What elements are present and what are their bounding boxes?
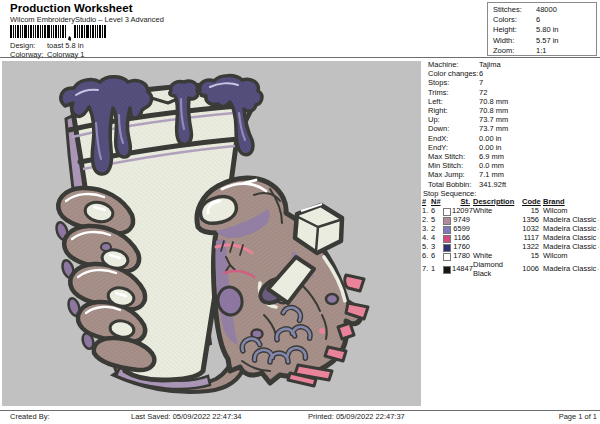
stitch-count: 14847 xyxy=(452,265,470,274)
machine-detail-value: 70.8 mm xyxy=(479,106,599,115)
summary-label: Width: xyxy=(493,36,536,46)
thread-color-swatch xyxy=(443,252,452,261)
summary-row: Stitches: 48000 xyxy=(493,5,596,15)
stop-sequence-header-row: # N# St. Description Code Brand xyxy=(421,198,599,207)
stop-sequence-row: 2. 5 9749 1356 Madeira Classic 40 xyxy=(421,216,599,225)
machine-detail-label: EndX: xyxy=(428,134,479,143)
machine-detail-row: Up: 73.7 mm xyxy=(428,115,599,124)
stop-sequence-table: # N# St. Description Code Brand 1. 6 120… xyxy=(421,198,599,279)
page-number: Page 1 of 1 xyxy=(559,412,597,421)
stop-sequence-row: 4. 4 1166 1117 Madeira Classic 40 xyxy=(421,234,599,243)
thread-brand: Madeira Classic 40 xyxy=(539,216,599,225)
thread-brand: Madeira Classic 40 xyxy=(539,234,599,243)
summary-row: Height: 5.80 in xyxy=(493,25,596,35)
machine-detail-value: 72 xyxy=(479,88,599,97)
machine-detail-label: Max Stitch: xyxy=(428,152,479,161)
thread-color-swatch xyxy=(443,216,452,225)
machine-detail-value: Tajima xyxy=(479,60,599,69)
machine-detail-label: Min Stitch: xyxy=(428,161,479,170)
thread-color-swatch xyxy=(443,225,452,234)
thread-brand: Wilcom xyxy=(539,252,599,261)
design-summary-box: Stitches: 48000 Colors: 6 Height: 5.80 i… xyxy=(487,2,597,56)
summary-label: Zoom: xyxy=(493,46,536,56)
machine-detail-row: Min Stitch: 0.0 mm xyxy=(428,161,599,170)
design-label: Design: xyxy=(10,41,47,50)
summary-label: Colors: xyxy=(493,15,536,25)
machine-detail-label: Color changes: xyxy=(428,69,479,78)
thread-brand: Wilcom xyxy=(539,207,599,216)
machine-detail-label: Up: xyxy=(428,115,479,124)
thread-brand: Madeira Classic 40 xyxy=(539,265,599,274)
machine-detail-value: 341.92ft xyxy=(479,180,599,189)
machine-detail-label: Machine: xyxy=(428,60,479,69)
details-panel: Machine: Tajima Color changes: 6 Stops: … xyxy=(421,59,599,407)
machine-detail-label: Left: xyxy=(428,97,479,106)
col-header-brand: Brand xyxy=(539,198,599,207)
thread-brand: Madeira Classic 40 xyxy=(539,243,599,252)
machine-details-list: Machine: Tajima Color changes: 6 Stops: … xyxy=(421,59,599,189)
summary-value: 6 xyxy=(536,15,596,25)
machine-detail-value: 6 xyxy=(479,69,599,78)
thread-color-swatch xyxy=(443,243,452,252)
last-saved-label: Last Saved: 05/09/2022 22:47:34 xyxy=(131,412,242,421)
summary-value: 48000 xyxy=(536,5,596,15)
footer-divider xyxy=(0,410,600,411)
machine-detail-value: 0.00 in xyxy=(479,143,599,152)
machine-detail-value: 73.7 mm xyxy=(479,124,599,133)
machine-detail-row: EndY: 0.00 in xyxy=(428,143,599,152)
machine-detail-value: 7 xyxy=(479,78,599,87)
design-preview xyxy=(2,61,422,406)
printed-label: Printed: 05/09/2022 22:47:37 xyxy=(308,412,405,421)
thread-color-swatch xyxy=(443,265,452,274)
stop-sequence-row: 1. 6 12097 White 15 Wilcom xyxy=(421,207,599,216)
machine-detail-row: EndX: 0.00 in xyxy=(428,134,599,143)
stop-sequence-row: 6. 6 1780 White 15 Wilcom xyxy=(421,252,599,261)
design-value: toast 5.8 in xyxy=(47,41,84,50)
page-title: Production Worksheet xyxy=(10,2,132,14)
machine-detail-row: Trims: 72 xyxy=(428,88,599,97)
machine-detail-row: Left: 70.8 mm xyxy=(428,97,599,106)
needle-num: 6 xyxy=(431,252,443,261)
summary-value: 1:1 xyxy=(536,46,596,56)
machine-detail-value: 0.0 mm xyxy=(479,161,599,170)
stop-sequence-row: 7. 1 14847 Diamond Black 1006 Madeira Cl… xyxy=(421,261,599,279)
machine-detail-value: 7.1 mm xyxy=(479,170,599,179)
stitch-count: 1780 xyxy=(452,252,470,261)
stop-sequence-rows: 1. 6 12097 White 15 Wilcom 2. 5 9749 xyxy=(421,207,599,279)
thread-color-swatch xyxy=(443,207,452,216)
app-name-subtitle: Wilcom EmbroideryStudio – Level 3 Advanc… xyxy=(10,15,164,24)
summary-row: Colors: 6 xyxy=(493,15,596,25)
thread-description: White xyxy=(470,207,522,216)
machine-detail-label: Down: xyxy=(428,124,479,133)
thread-code: 1006 xyxy=(522,265,539,274)
stop-sequence-row: 5. 3 1760 1322 Madeira Classic 40 xyxy=(421,243,599,252)
thread-color-swatch xyxy=(443,234,452,243)
machine-detail-row: Down: 73.7 mm xyxy=(428,124,599,133)
summary-value: 5.57 in xyxy=(536,36,596,46)
machine-detail-label: EndY: xyxy=(428,143,479,152)
summary-row: Zoom: 1:1 xyxy=(493,46,596,56)
summary-label: Height: xyxy=(493,25,536,35)
stop-sequence-row: 3. 2 6599 1032 Madeira Classic 40 xyxy=(421,225,599,234)
summary-label: Stitches: xyxy=(493,5,536,15)
thread-description: Diamond Black xyxy=(470,261,522,279)
machine-detail-row: Color changes: 6 xyxy=(428,69,599,78)
machine-detail-label: Right: xyxy=(428,106,479,115)
embroidery-artwork xyxy=(2,61,422,406)
thread-code: 15 xyxy=(522,252,539,261)
machine-detail-value: 6.9 mm xyxy=(479,152,599,161)
machine-detail-label: Max Jump: xyxy=(428,170,479,179)
barcode-icon xyxy=(10,25,108,41)
stop-num: 7. xyxy=(421,265,431,274)
design-name-row: Design:toast 5.8 in xyxy=(10,41,84,50)
header-divider xyxy=(0,57,600,58)
thread-brand: Madeira Classic 40 xyxy=(539,225,599,234)
machine-detail-row: Right: 70.8 mm xyxy=(428,106,599,115)
machine-detail-value: 0.00 in xyxy=(479,134,599,143)
machine-detail-label: Trims: xyxy=(428,88,479,97)
machine-detail-value: 73.7 mm xyxy=(479,115,599,124)
summary-row: Width: 5.57 in xyxy=(493,36,596,46)
created-by-label: Created By: xyxy=(10,412,50,421)
machine-detail-label: Stops: xyxy=(428,78,479,87)
machine-detail-row: Max Stitch: 6.9 mm xyxy=(428,152,599,161)
